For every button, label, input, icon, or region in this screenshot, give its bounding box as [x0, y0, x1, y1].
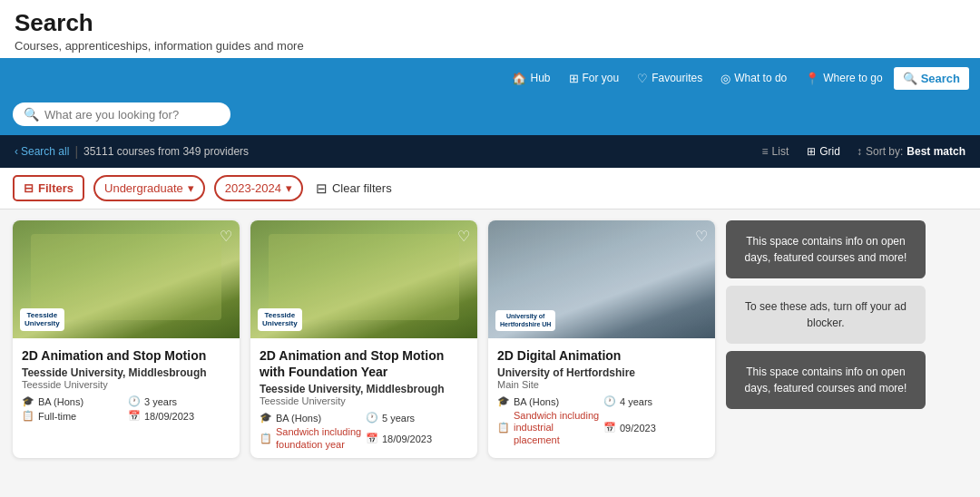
favourite-icon[interactable]: ♡: [695, 228, 708, 245]
sort-value: Best match: [906, 145, 965, 158]
calendar-icon: 📅: [366, 433, 378, 444]
filters-button[interactable]: ⊟ Filters: [13, 175, 84, 201]
card-university: Teesside University, Middlesbrough: [22, 366, 230, 379]
nav-what-to-do[interactable]: ◎ What to do: [713, 66, 794, 91]
chevron-down-icon-year: ▾: [286, 181, 292, 195]
study-mode-item: 📋 Full-time: [22, 410, 124, 422]
nav-hub[interactable]: 🏠 Hub: [505, 66, 557, 91]
duration-icon: 🕐: [603, 395, 616, 407]
card-image: ♡ TeessideUniversity: [250, 220, 477, 338]
card-title: 2D Digital Animation: [497, 347, 706, 364]
grid-icon: ⊞: [807, 145, 816, 158]
search-input-wrap[interactable]: 🔍: [13, 102, 230, 126]
year-filter[interactable]: 2023-2024 ▾: [214, 175, 303, 201]
start-date-item: 📅 18/09/2023: [366, 426, 468, 450]
navbar: 🏠 Hub ⊞ For you ♡ Favourites ◎ What to d…: [0, 61, 980, 95]
card-meta: 🎓 BA (Hons) 🕐 5 years 📋 Sandwich includi…: [260, 412, 468, 450]
university-logo: TeessideUniversity: [258, 308, 302, 331]
search-nav-icon: 🔍: [903, 72, 917, 85]
clear-filters-button[interactable]: ⊟ Clear filters: [316, 180, 392, 197]
search-bar-area: 🔍: [0, 95, 980, 135]
qualification-icon: 🎓: [260, 412, 272, 424]
chevron-left-icon: ‹: [15, 145, 18, 158]
where-to-go-icon: 📍: [805, 72, 819, 85]
course-card[interactable]: ♡ TeessideUniversity 2D Animation and St…: [13, 220, 240, 458]
clear-icon: ⊟: [316, 180, 328, 197]
list-view-button[interactable]: ≡ List: [757, 142, 795, 161]
study-mode-icon: 📋: [22, 410, 34, 422]
course-card[interactable]: ♡ TeessideUniversity 2D Animation and St…: [250, 220, 477, 458]
calendar-icon: 📅: [128, 410, 141, 422]
start-date-item: 📅 18/09/2023: [128, 410, 230, 422]
university-logo: TeessideUniversity: [20, 308, 64, 331]
favourite-icon[interactable]: ♡: [457, 228, 470, 245]
course-card[interactable]: ♡ University ofHertfordshire UH 2D Digit…: [488, 220, 715, 458]
hub-icon: 🏠: [512, 72, 526, 85]
page-header: Search Courses, apprenticeships, informa…: [0, 0, 980, 61]
nav-for-you[interactable]: ⊞ For you: [562, 66, 627, 91]
nav-where-to-go[interactable]: 📍 Where to go: [798, 66, 889, 91]
nav-search-button[interactable]: 🔍 Search: [894, 67, 969, 90]
university-logo: University ofHertfordshire UH: [495, 310, 555, 331]
duration-icon: 🕐: [128, 395, 141, 407]
study-mode-icon: 📋: [260, 433, 272, 444]
card-meta: 🎓 BA (Hons) 🕐 4 years 📋 Sandwich includi…: [497, 395, 706, 446]
qualification-icon: 🎓: [22, 395, 34, 407]
chevron-down-icon: ▾: [188, 181, 194, 195]
results-bar: ‹ Search all | 35111 courses from 349 pr…: [0, 135, 980, 168]
card-university: Teesside University, Middlesbrough: [260, 383, 468, 395]
results-left: ‹ Search all | 35111 courses from 349 pr…: [15, 144, 249, 159]
ad-panel: This space contains info on open days, f…: [726, 220, 926, 458]
card-area: ♡ TeessideUniversity 2D Animation and St…: [0, 210, 980, 469]
duration-item: 🕐 5 years: [366, 412, 468, 424]
filter-bar: ⊟ Filters Undergraduate ▾ 2023-2024 ▾ ⊟ …: [0, 168, 980, 210]
study-mode-icon: 📋: [497, 422, 510, 434]
study-mode-item: 📋 Sandwich including industrial placemen…: [497, 410, 600, 446]
study-mode-item: 📋 Sandwich including foundation year: [260, 426, 362, 450]
results-separator: |: [74, 144, 78, 159]
start-date-item: 📅 09/2023: [603, 410, 706, 446]
duration-item: 🕐 4 years: [603, 395, 706, 407]
page-subtitle: Courses, apprenticeships, information gu…: [15, 39, 965, 53]
ad-box-2: To see these ads, turn off your ad block…: [726, 286, 926, 344]
ad-box-3: This space contains info on open days, f…: [726, 351, 926, 409]
favourite-icon[interactable]: ♡: [220, 228, 232, 245]
card-university: University of Hertfordshire: [497, 366, 706, 379]
qualification-item: 🎓 BA (Hons): [260, 412, 362, 424]
qualification-item: 🎓 BA (Hons): [497, 395, 600, 407]
list-icon: ≡: [762, 145, 769, 158]
grid-view-button[interactable]: ⊞ Grid: [801, 142, 846, 161]
card-title: 2D Animation and Stop Motion with Founda…: [260, 347, 468, 380]
results-right: ≡ List ⊞ Grid ↕ Sort by: Best match: [757, 142, 965, 161]
card-body: 2D Animation and Stop Motion with Founda…: [250, 338, 477, 458]
undergraduate-filter[interactable]: Undergraduate ▾: [93, 175, 205, 201]
duration-icon: 🕐: [366, 412, 378, 424]
duration-item: 🕐 3 years: [128, 395, 230, 407]
card-campus: Teesside University: [22, 379, 230, 390]
qualification-item: 🎓 BA (Hons): [22, 395, 124, 407]
search-all-link[interactable]: ‹ Search all: [15, 145, 69, 158]
nav-favourites[interactable]: ♡ Favourites: [630, 66, 710, 91]
card-meta: 🎓 BA (Hons) 🕐 3 years 📋 Full-time 📅 18/0…: [22, 395, 230, 422]
search-input[interactable]: [44, 108, 220, 122]
calendar-icon: 📅: [603, 422, 616, 434]
sort-control[interactable]: ↕ Sort by: Best match: [857, 145, 965, 158]
filter-icon: ⊟: [24, 181, 34, 195]
ad-box-1: This space contains info on open days, f…: [726, 220, 926, 278]
for-you-icon: ⊞: [569, 72, 579, 85]
card-image: ♡ TeessideUniversity: [13, 220, 240, 338]
card-campus: Main Site: [497, 379, 706, 390]
favourites-icon: ♡: [637, 72, 648, 85]
sort-icon: ↕: [857, 145, 862, 158]
card-body: 2D Animation and Stop Motion Teesside Un…: [13, 338, 240, 429]
view-toggle: ≡ List ⊞ Grid: [757, 142, 846, 161]
card-title: 2D Animation and Stop Motion: [22, 347, 230, 364]
qualification-icon: 🎓: [497, 395, 510, 407]
card-campus: Teesside University: [260, 395, 468, 406]
page-title: Search: [15, 9, 965, 37]
search-input-icon: 🔍: [24, 107, 39, 122]
what-to-do-icon: ◎: [720, 72, 730, 85]
card-body: 2D Digital Animation University of Hertf…: [488, 338, 715, 453]
card-image: ♡ University ofHertfordshire UH: [488, 220, 715, 338]
